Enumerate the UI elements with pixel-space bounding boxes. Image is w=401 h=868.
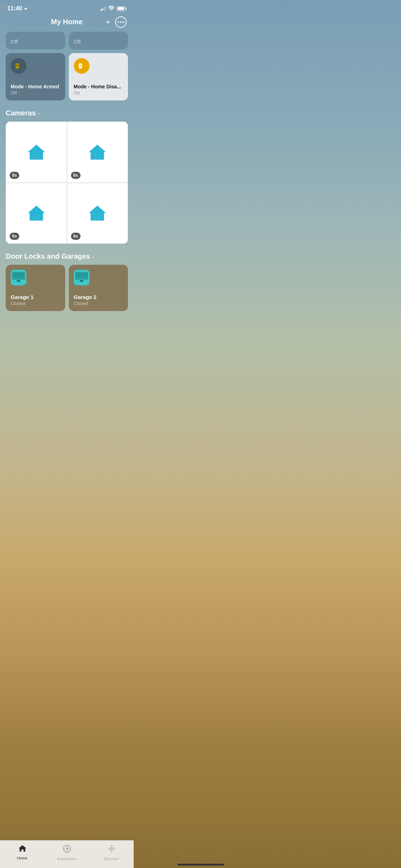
page-title: My Home: [51, 18, 83, 26]
app-header: My Home +: [0, 15, 134, 32]
camera-1-timer: 6s: [10, 172, 19, 179]
svg-rect-9: [12, 272, 25, 280]
garage-2-icon: [74, 270, 89, 285]
garage-1-card[interactable]: Garage 1 Closed: [6, 265, 65, 311]
battery-icon: [117, 6, 127, 11]
garage-2-label: Garage 2: [74, 294, 123, 300]
signal-bars: [101, 6, 107, 11]
mode-disarmed-icon-wrap: [74, 58, 89, 74]
camera-cell-1[interactable]: 6s: [6, 122, 67, 183]
wifi-icon: [108, 6, 114, 11]
svg-rect-1: [16, 64, 18, 67]
mode-armed-icon-wrap: [11, 58, 26, 74]
more-button[interactable]: [115, 16, 127, 28]
svg-rect-3: [79, 64, 81, 67]
camera-cell-2[interactable]: 6s: [67, 122, 128, 183]
camera-4-timer: 6s: [71, 233, 81, 240]
more-dots-icon: [118, 21, 124, 23]
door-locks-chevron-icon: ›: [92, 254, 94, 259]
camera-cell-4[interactable]: 6s: [67, 183, 128, 244]
status-icons: [101, 6, 127, 11]
mode-cards-row: Mode - Home Armed Off Mode - Home Disa..…: [6, 53, 128, 100]
garage-2-card[interactable]: Garage 2 Closed: [69, 265, 128, 311]
header-actions: +: [106, 16, 127, 28]
mode-armed-status: Off: [11, 90, 60, 95]
camera-grid: 6s 6s 6s: [6, 122, 128, 244]
garage-1-icon: [11, 270, 26, 285]
mode-home-armed-card[interactable]: Mode - Home Armed Off: [6, 53, 65, 100]
mode-armed-label: Mode - Home Armed: [11, 84, 60, 89]
mode-disarmed-label: Mode - Home Disa...: [74, 84, 123, 89]
door-locks-title: Door Locks and Garages: [6, 252, 90, 260]
camera-grid-container: 6s 6s 6s: [6, 122, 128, 244]
garage-1-status: Closed: [11, 301, 60, 306]
svg-rect-14: [75, 272, 88, 280]
partial-card-2[interactable]: Off: [69, 32, 128, 50]
status-bar: 11:40 ►: [0, 0, 134, 15]
cameras-section-header[interactable]: Cameras ›: [6, 109, 128, 117]
cameras-chevron-icon: ›: [38, 110, 40, 116]
camera-2-timer: 6s: [71, 172, 81, 179]
svg-rect-12: [17, 280, 20, 282]
door-locks-section-header[interactable]: Door Locks and Garages ›: [6, 252, 128, 260]
svg-rect-17: [80, 280, 83, 282]
mode-disarmed-status: On: [74, 90, 123, 95]
location-icon: ►: [24, 6, 28, 11]
status-time: 11:40: [7, 5, 22, 12]
garage-2-status: Closed: [74, 301, 123, 306]
partial-card-1[interactable]: Off: [6, 32, 65, 50]
camera-3-timer: 6s: [10, 233, 19, 240]
garage-1-label: Garage 1: [11, 294, 60, 300]
mode-home-disarmed-card[interactable]: Mode - Home Disa... On: [69, 53, 128, 100]
camera-cell-3[interactable]: 6s: [6, 183, 67, 244]
add-button[interactable]: +: [106, 17, 110, 27]
partial-cards-row: Off Off: [6, 32, 128, 50]
door-cards-row: Garage 1 Closed Garage 2 Closed: [6, 265, 128, 311]
cameras-title: Cameras: [6, 109, 36, 117]
